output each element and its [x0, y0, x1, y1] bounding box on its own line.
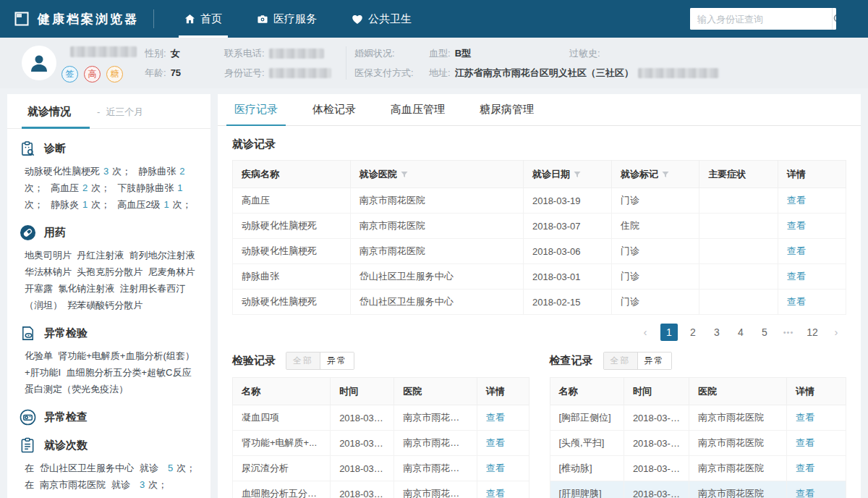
table-cell: 查看: [477, 431, 529, 456]
view-link[interactable]: 查看: [486, 437, 505, 448]
table-cell: 查看: [778, 290, 846, 315]
table-row: [胸部正侧位]2018-03-08南京市雨花医院查看: [550, 405, 846, 431]
view-link[interactable]: 查看: [796, 488, 814, 498]
lab-filter-all[interactable]: 全部: [286, 353, 320, 369]
lab-table-header: 名称时间医院详情: [233, 378, 529, 405]
diagnosis-suffix: 次；: [25, 199, 43, 210]
view-link[interactable]: 查看: [486, 488, 505, 498]
table-cell: 高血压: [233, 188, 351, 214]
pagination-page-5[interactable]: 5: [756, 324, 773, 341]
table-cell: 2018-03-08: [624, 456, 689, 481]
pagination-page-4[interactable]: 4: [732, 324, 749, 341]
view-link[interactable]: 查看: [787, 271, 806, 282]
lab-filter-abnormal[interactable]: 异常: [320, 353, 354, 369]
column-header: 就诊医院: [350, 161, 523, 188]
nav-item-label: 医疗服务: [273, 12, 317, 26]
table-row: [肝胆脾胰]2018-03-08南京市雨花医院查看: [550, 481, 846, 498]
diagnosis-suffix: 次；: [25, 182, 43, 193]
search-icon: [833, 13, 836, 25]
visit-count-icon: [19, 436, 36, 454]
redacted-patient-name: [70, 46, 137, 57]
pagination-page-3[interactable]: 3: [708, 324, 726, 341]
table-cell: 查看: [787, 405, 846, 431]
view-link[interactable]: 查看: [787, 245, 806, 256]
table-cell: 南京市雨花医院: [689, 431, 786, 456]
tab-diabetes-mgmt[interactable]: 糖尿病管理: [477, 94, 536, 125]
medical-icon: [257, 14, 268, 25]
view-link[interactable]: 查看: [796, 463, 814, 473]
tab-visit-overview[interactable]: 就诊情况: [22, 105, 90, 129]
column-header: 时间: [624, 378, 689, 405]
view-link[interactable]: 查看: [486, 463, 505, 473]
search-button[interactable]: [832, 8, 836, 30]
pagination-page-12[interactable]: 12: [804, 324, 821, 341]
tab-physical-exam-records[interactable]: 体检记录: [310, 94, 358, 125]
diagnosis-name: 静脉炎: [51, 199, 79, 210]
tab-medical-records[interactable]: 医疗记录: [232, 94, 280, 125]
column-header: 详情: [787, 378, 846, 405]
table-cell: 查看: [778, 264, 846, 290]
exam-records-table: 名称时间医院详情 [胸部正侧位]2018-03-08南京市雨花医院查看[头颅,平…: [550, 377, 847, 498]
table-cell: 查看: [787, 456, 846, 481]
section-medication: 用药 地奥司明片 丹红注射液 前列地尔注射液 华法林钠片 头孢克肟分散片 尼麦角…: [7, 224, 210, 313]
column-label: 详情: [787, 168, 806, 181]
visit-prefix: 在: [25, 463, 34, 473]
redacted-id-number: [269, 68, 331, 78]
redacted-address-detail: [638, 68, 719, 78]
table-row: 动脉硬化性脑梗死南京市雨花医院2018-03-06门诊查看: [233, 239, 846, 264]
diagnosis-name: 高血压2级: [117, 199, 160, 210]
medication-icon: [19, 224, 36, 241]
diagnosis-summary: 动脉硬化性脑梗死3次；静脉曲张2次；高血压2次；下肢静脉曲张1次；静脉炎1次；高…: [25, 163, 199, 213]
column-header: 就诊标记: [612, 161, 699, 188]
diagnosis-count: 1: [82, 199, 88, 210]
visit-hospital: 岱山社区卫生服务中心: [40, 463, 134, 473]
filter-icon[interactable]: [662, 171, 669, 178]
table-row: 凝血四项2018-03-07南京市雨花医院查看: [233, 405, 529, 431]
diagnosis-suffix: 次；: [91, 182, 110, 193]
table-cell: [699, 290, 778, 315]
column-header: 名称: [233, 378, 331, 405]
filter-icon[interactable]: [401, 171, 408, 178]
abnormal-lab-summary: 化验单 肾功能+电解质+血脂分析(组套）+肝功能I 血细胞分析五分类+超敏C反应…: [25, 347, 199, 397]
top-navbar: 健康档案浏览器 首页医疗服务公共卫生: [0, 0, 868, 38]
exam-filter-all[interactable]: 全部: [604, 353, 637, 369]
column-header: 详情: [778, 161, 846, 188]
pagination-ellipsis[interactable]: •••: [780, 324, 797, 341]
nav-item-medical-services[interactable]: 医疗服务: [254, 0, 320, 38]
table-cell: 凝血四项: [233, 405, 331, 431]
nav-item-public-health[interactable]: 公共卫生: [349, 0, 414, 38]
table-cell: 门诊: [612, 239, 699, 264]
exam-filter-abnormal[interactable]: 异常: [637, 353, 671, 369]
filter-icon[interactable]: [574, 171, 581, 178]
section-visit-count: 就诊次数 在岱山社区卫生服务中心就诊5次；在南京市雨花医院就诊3次；: [7, 436, 210, 493]
nav-item-home[interactable]: 首页: [182, 0, 225, 38]
table-cell: 南京市雨花医院: [394, 481, 477, 498]
field-address: 地址: 江苏省南京市雨花台区明义社区（三社区）: [429, 67, 719, 80]
field-marital-status: 婚姻状况:: [354, 47, 429, 60]
pagination-next[interactable]: ›: [827, 324, 845, 341]
view-link[interactable]: 查看: [486, 412, 505, 423]
pagination-page-1[interactable]: 1: [660, 324, 678, 341]
table-cell: 动脉硬化性脑梗死: [233, 290, 351, 315]
view-link[interactable]: 查看: [787, 195, 806, 206]
table-cell: [699, 264, 778, 290]
view-link[interactable]: 查看: [796, 437, 814, 448]
table-cell: 2018-03-07: [523, 214, 611, 239]
table-cell: [胸部正侧位]: [550, 405, 624, 431]
nav-divider: [153, 9, 154, 28]
search-input[interactable]: [690, 8, 832, 30]
table-cell: [699, 214, 778, 239]
view-link[interactable]: 查看: [787, 220, 806, 231]
table-row: 尿沉渣分析2018-03-07南京市雨花医院查看: [233, 456, 529, 481]
view-link[interactable]: 查看: [787, 296, 806, 307]
table-cell: 查看: [477, 456, 529, 481]
records-panel: 医疗记录体检记录高血压管理糖尿病管理 就诊记录 疾病名称就诊医院就诊日期就诊标记…: [218, 94, 861, 498]
pagination-page-2[interactable]: 2: [684, 324, 702, 341]
tab-hypertension-mgmt[interactable]: 高血压管理: [388, 94, 447, 125]
table-cell: 门诊: [612, 264, 699, 290]
table-cell: [椎动脉]: [550, 456, 624, 481]
sidebar-header: 就诊情况-近三个月: [7, 94, 210, 129]
view-link[interactable]: 查看: [796, 412, 814, 423]
table-cell: 2018-03-06: [523, 239, 611, 264]
pagination-prev[interactable]: ‹: [637, 324, 654, 341]
